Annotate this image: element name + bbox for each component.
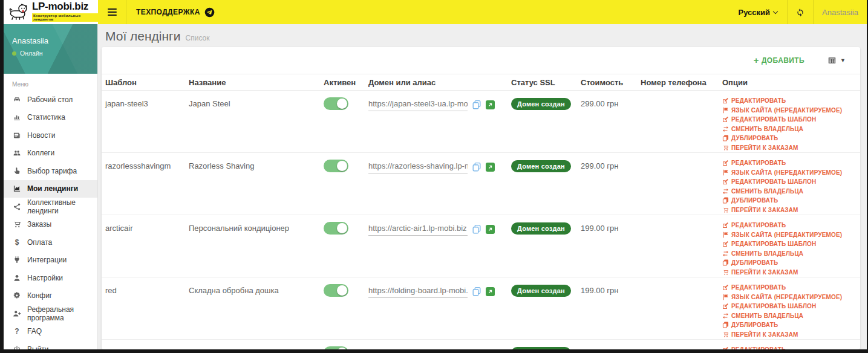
option-link-swap-3[interactable]: СМЕНИТЬ ВЛАДЕЛЬЦА: [722, 187, 860, 196]
open-site-icon[interactable]: [486, 287, 495, 296]
sidebar-item-label: Новости: [27, 131, 55, 140]
option-link-label: РЕДАКТИРОВАТЬ ШАБЛОН: [731, 177, 816, 187]
option-link-edit-0[interactable]: РЕДАКТИРОВАТЬ: [722, 158, 860, 168]
option-link-edit-0[interactable]: РЕДАКТИРОВАТЬ: [722, 283, 860, 293]
sidebar-menu: Рабочий столСтатистикаНовостиКоллегиВыбо…: [4, 91, 97, 349]
brand-title: LP-mobi.biz: [32, 1, 98, 12]
sidebar-item-colleagues[interactable]: Коллеги: [4, 144, 97, 163]
option-link-flag-1[interactable]: ЯЗЫК САЙТА (НЕРЕДАКТИРУЕМОЕ): [722, 168, 860, 178]
add-button-label: ДОБАВИТЬ: [762, 56, 804, 65]
option-link-swap-3[interactable]: СМЕНИТЬ ВЛАДЕЛЬЦА: [722, 311, 860, 321]
option-link-cart-5[interactable]: ПЕРЕЙТИ К ЗАКАЗАМ: [722, 330, 860, 340]
col-header-template: Шаблон: [102, 74, 185, 91]
sidebar-item-integrations[interactable]: Интеграции: [4, 251, 97, 270]
sidebar-item-logout[interactable]: Выйти: [4, 340, 97, 349]
brand-logo[interactable]: LP-mobi.biz Конструктор мобильных лендин…: [4, 0, 98, 24]
option-link-edit-2[interactable]: РЕДАКТИРОВАТЬ ШАБЛОН: [722, 302, 860, 311]
active-toggle[interactable]: [324, 346, 348, 349]
option-link-copy-4[interactable]: ДУБЛИРОВАТЬ: [722, 320, 860, 330]
sidebar-item-my-landings[interactable]: Мои лендинги: [4, 180, 97, 198]
sidebar-item-statistics[interactable]: Статистика: [4, 109, 97, 127]
domain-input[interactable]: [368, 224, 468, 236]
sidebar-item-payment[interactable]: $Оплата: [4, 233, 97, 251]
cart-icon: [12, 220, 22, 229]
option-link-edit-0[interactable]: РЕДАКТИРОВАТЬ: [722, 96, 860, 106]
flag-icon: [722, 232, 729, 238]
open-site-icon[interactable]: [486, 225, 495, 234]
plus-icon: +: [754, 55, 759, 65]
main-layout: Anastasiia Онлайн Меню Рабочий столСтати…: [4, 24, 867, 349]
active-toggle[interactable]: [324, 284, 348, 297]
template-name: razorlessshavingm: [105, 161, 171, 170]
sidebar-item-faq[interactable]: ?FAQ: [4, 323, 97, 341]
card-toolbar: + ДОБАВИТЬ ▼: [102, 47, 860, 74]
sidebar-item-label: Выбор тарифа: [27, 167, 77, 175]
sidebar-item-tariff[interactable]: Выбор тарифа: [4, 162, 97, 180]
copy-domain-icon[interactable]: [472, 100, 481, 110]
table-header-row: Шаблон Название Активен Домен или алиас …: [102, 74, 860, 91]
table-view-button[interactable]: ▼: [824, 56, 849, 65]
hamburger-menu-button[interactable]: [98, 0, 126, 24]
open-site-icon[interactable]: [486, 163, 495, 172]
domain-input[interactable]: [368, 161, 468, 173]
language-dropdown[interactable]: Русский: [728, 0, 787, 24]
open-site-icon[interactable]: [486, 100, 495, 109]
option-link-edit-2[interactable]: РЕДАКТИРОВАТЬ ШАБЛОН: [722, 177, 860, 187]
user-plus-icon: [12, 309, 22, 318]
cart-icon: [722, 269, 729, 276]
landings-card: + ДОБАВИТЬ ▼ Шаблон: [102, 47, 860, 349]
option-link-copy-4[interactable]: ДУБЛИРОВАТЬ: [722, 196, 860, 206]
sidebar-item-label: FAQ: [27, 327, 42, 335]
sidebar-item-desktop[interactable]: Рабочий стол: [4, 91, 97, 109]
copy-domain-icon[interactable]: [472, 224, 481, 235]
copy-domain-icon[interactable]: [472, 287, 481, 297]
option-link-cart-5[interactable]: ПЕРЕЙТИ К ЗАКАЗАМ: [722, 268, 860, 277]
option-link-edit-0[interactable]: РЕДАКТИРОВАТЬ: [722, 345, 860, 349]
active-toggle[interactable]: [324, 97, 348, 110]
sidebar-item-collective-landings[interactable]: Коллективные лендинги: [4, 198, 97, 216]
support-button[interactable]: ТЕХПОДДЕРЖКА: [126, 0, 224, 24]
active-toggle[interactable]: [324, 160, 348, 172]
swap-icon: [722, 250, 729, 257]
copy-domain-icon[interactable]: [472, 349, 481, 349]
flag-icon: [722, 294, 729, 300]
refresh-button[interactable]: [788, 0, 813, 24]
option-link-swap-3[interactable]: СМЕНИТЬ ВЛАДЕЛЬЦА: [722, 249, 860, 259]
option-link-flag-1[interactable]: ЯЗЫК САЙТА (НЕРЕДАКТИРУЕМОЕ): [722, 293, 860, 302]
option-link-cart-5[interactable]: ПЕРЕЙТИ К ЗАКАЗАМ: [722, 206, 860, 215]
option-link-label: РЕДАКТИРОВАТЬ: [731, 283, 786, 293]
option-link-edit-2[interactable]: РЕДАКТИРОВАТЬ ШАБЛОН: [722, 115, 860, 125]
ssl-status-badge: Домен создан: [511, 285, 571, 297]
sidebar-item-news[interactable]: Новости: [4, 126, 97, 144]
add-button[interactable]: + ДОБАВИТЬ: [750, 56, 808, 66]
option-link-label: ПЕРЕЙТИ К ЗАКАЗАМ: [731, 268, 798, 277]
copy-domain-icon[interactable]: [472, 162, 481, 172]
pointer-icon: [12, 166, 22, 175]
option-link-copy-4[interactable]: ДУБЛИРОВАТЬ: [722, 258, 860, 268]
option-link-copy-4[interactable]: ДУБЛИРОВАТЬ: [722, 134, 860, 143]
option-link-edit-2[interactable]: РЕДАКТИРОВАТЬ ШАБЛОН: [722, 239, 860, 249]
domain-input[interactable]: [368, 286, 468, 298]
options-links: РЕДАКТИРОВАТЬЯЗЫК САЙТА (НЕРЕДАКТИРУЕМОЕ…: [722, 158, 860, 215]
sidebar-menu-label: Меню: [4, 74, 97, 91]
option-link-label: СМЕНИТЬ ВЛАДЕЛЬЦА: [731, 249, 803, 259]
option-link-flag-1[interactable]: ЯЗЫК САЙТА (НЕРЕДАКТИРУЕМОЕ): [722, 106, 860, 115]
telegram-icon: [204, 7, 215, 18]
domain-input[interactable]: [368, 99, 468, 111]
domain-input[interactable]: [368, 348, 468, 349]
option-link-swap-3[interactable]: СМЕНИТЬ ВЛАДЕЛЬЦА: [722, 125, 860, 134]
active-toggle[interactable]: [324, 222, 348, 235]
option-link-cart-5[interactable]: ПЕРЕЙТИ К ЗАКАЗАМ: [722, 143, 860, 153]
online-status-label: Онлайн: [20, 50, 43, 57]
sidebar-item-label: Заказы: [27, 220, 51, 228]
sidebar-item-orders[interactable]: Заказы: [4, 216, 97, 234]
sidebar-item-referral[interactable]: Реферальная программа: [4, 305, 97, 323]
options-links: РЕДАКТИРОВАТЬЯЗЫК САЙТА (НЕРЕДАКТИРУЕМОЕ…: [722, 345, 860, 349]
topbar-username[interactable]: Anastasiia: [814, 0, 867, 24]
option-link-flag-1[interactable]: ЯЗЫК САЙТА (НЕРЕДАКТИРУЕМОЕ): [722, 230, 860, 240]
template-name: clothes and shoes: [105, 348, 169, 349]
sidebar-item-config[interactable]: Конфиг: [4, 287, 97, 305]
sidebar-item-label: Коллективные лендинги: [27, 198, 97, 215]
option-link-edit-0[interactable]: РЕДАКТИРОВАТЬ: [722, 221, 860, 230]
sidebar-item-settings[interactable]: Настройки: [4, 269, 97, 287]
